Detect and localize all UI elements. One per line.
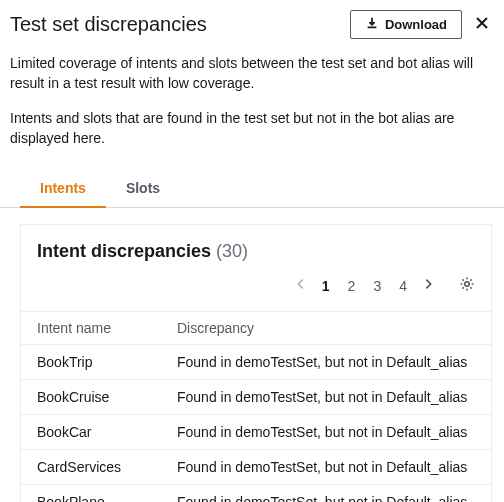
pagination-page-1[interactable]: 1: [314, 274, 338, 298]
description-line-2: Intents and slots that are found in the …: [10, 108, 492, 149]
panel-toolbar: 1 2 3 4: [21, 266, 491, 311]
table-row[interactable]: BookCruise Found in demoTestSet, but not…: [21, 380, 491, 415]
modal-header: Test set discrepancies Download: [0, 0, 504, 47]
close-button[interactable]: [472, 13, 492, 36]
cell-discrepancy: Found in demoTestSet, but not in Default…: [161, 380, 491, 415]
chevron-right-icon: [421, 277, 435, 294]
description-line-1: Limited coverage of intents and slots be…: [10, 53, 492, 94]
cell-discrepancy: Found in demoTestSet, but not in Default…: [161, 485, 491, 502]
header-actions: Download: [350, 10, 492, 39]
tab-intents[interactable]: Intents: [20, 172, 106, 208]
tab-slots[interactable]: Slots: [106, 172, 180, 208]
cell-intent: BookCar: [21, 415, 161, 450]
discrepancies-panel: Intent discrepancies (30) 1 2 3 4: [20, 224, 492, 502]
discrepancies-table: Intent name Discrepancy BookTrip Found i…: [21, 311, 491, 502]
page-title: Test set discrepancies: [10, 13, 207, 36]
panel-count: (30): [216, 241, 248, 261]
cell-intent: BookPlane: [21, 485, 161, 502]
gear-icon: [459, 276, 475, 295]
col-intent-name[interactable]: Intent name: [21, 312, 161, 345]
pagination-next[interactable]: [417, 273, 439, 298]
table-settings-button[interactable]: [455, 272, 479, 299]
table-row[interactable]: BookCar Found in demoTestSet, but not in…: [21, 415, 491, 450]
tabs: Intents Slots: [0, 162, 504, 208]
description: Limited coverage of intents and slots be…: [0, 47, 504, 148]
cell-intent: BookCruise: [21, 380, 161, 415]
chevron-left-icon: [294, 277, 308, 294]
table-row[interactable]: BookTrip Found in demoTestSet, but not i…: [21, 345, 491, 380]
svg-point-0: [465, 282, 469, 286]
panel-header: Intent discrepancies (30): [21, 225, 491, 266]
download-label: Download: [385, 17, 447, 32]
pagination-prev[interactable]: [290, 273, 312, 298]
cell-intent: BookTrip: [21, 345, 161, 380]
pagination-page-2[interactable]: 2: [340, 274, 364, 298]
pagination-page-3[interactable]: 3: [365, 274, 389, 298]
close-icon: [474, 15, 490, 34]
cell-discrepancy: Found in demoTestSet, but not in Default…: [161, 345, 491, 380]
pagination-page-4[interactable]: 4: [391, 274, 415, 298]
table-header-row: Intent name Discrepancy: [21, 312, 491, 345]
download-button[interactable]: Download: [350, 10, 462, 39]
panel-title-text: Intent discrepancies: [37, 241, 211, 261]
download-icon: [365, 16, 379, 33]
panel-title: Intent discrepancies (30): [37, 241, 248, 261]
pagination: 1 2 3 4: [290, 273, 439, 298]
cell-intent: CardServices: [21, 450, 161, 485]
table-row[interactable]: CardServices Found in demoTestSet, but n…: [21, 450, 491, 485]
col-discrepancy[interactable]: Discrepancy: [161, 312, 491, 345]
cell-discrepancy: Found in demoTestSet, but not in Default…: [161, 415, 491, 450]
cell-discrepancy: Found in demoTestSet, but not in Default…: [161, 450, 491, 485]
table-row[interactable]: BookPlane Found in demoTestSet, but not …: [21, 485, 491, 502]
